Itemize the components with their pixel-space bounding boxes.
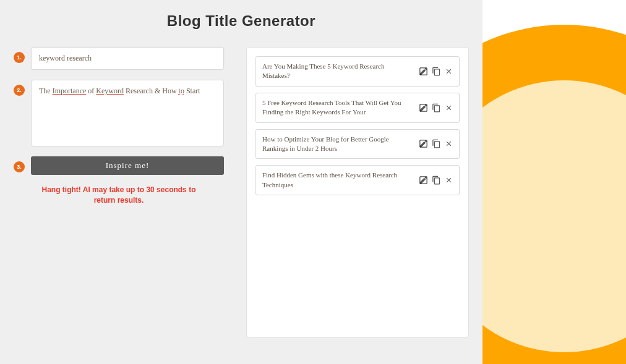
close-icon[interactable] [445, 140, 453, 148]
keyword-input[interactable]: keyword research [31, 47, 224, 70]
text: to [179, 87, 184, 95]
result-card: Are You Making These 5 Keyword Research … [255, 56, 460, 87]
close-icon[interactable] [445, 67, 453, 75]
result-text: 5 Free Keyword Research Tools That Will … [262, 98, 413, 117]
step-number-1: 1. [14, 52, 25, 63]
text: The [39, 87, 53, 95]
input-column: 1. keyword research 2. The Importance of… [14, 47, 224, 337]
step-number-3: 3. [14, 161, 25, 172]
edit-icon[interactable] [419, 67, 428, 76]
result-text: How to Optimize Your Blog for Better Goo… [262, 135, 413, 154]
results-column: Are You Making These 5 Keyword Research … [246, 47, 469, 337]
step-2: 2. The Importance of Keyword Research & … [14, 80, 224, 146]
close-icon[interactable] [445, 104, 453, 112]
result-card: Find Hidden Gems with these Keyword Rese… [255, 165, 460, 195]
step-1: 1. keyword research [14, 47, 224, 70]
text: Importance [53, 87, 87, 95]
text: Research & How [124, 87, 179, 95]
text: Start [184, 87, 200, 95]
close-icon[interactable] [445, 176, 453, 184]
columns: 1. keyword research 2. The Importance of… [14, 47, 469, 337]
result-text: Find Hidden Gems with these Keyword Rese… [262, 171, 413, 190]
copy-icon[interactable] [432, 176, 441, 185]
example-title-input[interactable]: The Importance of Keyword Research & How… [31, 80, 224, 146]
loading-message: Hang tight! AI may take up to 30 seconds… [14, 185, 224, 206]
step-number-2: 2. [14, 85, 25, 96]
inspire-button[interactable]: Inspire me! [31, 156, 224, 175]
result-actions [419, 103, 453, 112]
edit-icon[interactable] [419, 176, 428, 185]
text: of [86, 87, 96, 95]
result-text: Are You Making These 5 Keyword Research … [262, 62, 413, 81]
step-3: 3. Inspire me! [14, 156, 224, 175]
page-title: Blog Title Generator [14, 12, 469, 30]
text: Keyword [96, 87, 124, 95]
edit-icon[interactable] [419, 139, 428, 148]
result-actions [419, 139, 453, 148]
app-panel: Blog Title Generator 1. keyword research… [0, 0, 482, 364]
copy-icon[interactable] [432, 67, 441, 76]
edit-icon[interactable] [419, 103, 428, 112]
result-card: How to Optimize Your Blog for Better Goo… [255, 129, 460, 159]
result-actions [419, 176, 453, 185]
copy-icon[interactable] [432, 103, 441, 112]
result-actions [419, 67, 453, 76]
result-card: 5 Free Keyword Research Tools That Will … [255, 93, 460, 123]
copy-icon[interactable] [432, 139, 441, 148]
